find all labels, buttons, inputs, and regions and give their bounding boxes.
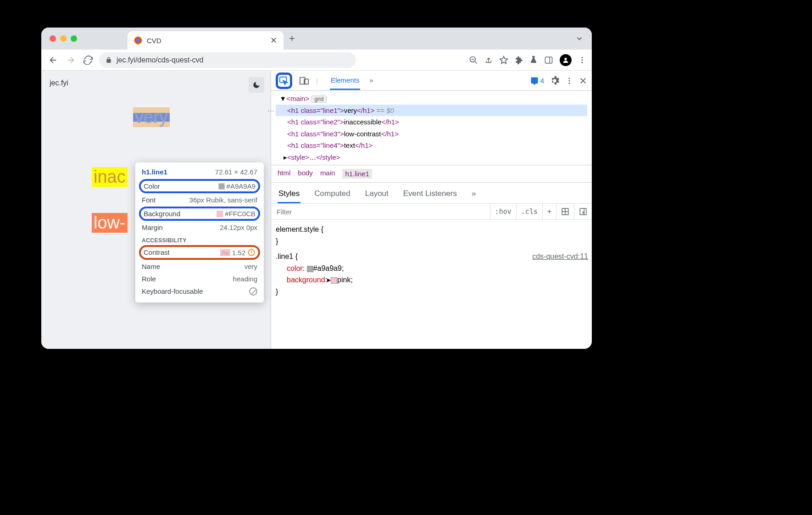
favicon-icon xyxy=(134,36,142,45)
tab-event-listeners[interactable]: Event Listeners xyxy=(402,187,458,203)
tooltip-name-label: Name xyxy=(142,263,160,270)
tab-title: CVD xyxy=(147,37,266,45)
styles-pane[interactable]: element.style { } cds-quest-cvd:11 .line… xyxy=(271,220,592,302)
page-viewport: jec.fyi very inac low- h1.line1 72.61 × … xyxy=(41,71,271,349)
svg-point-10 xyxy=(569,78,570,79)
inspector-tooltip: h1.line1 72.61 × 42.67 Color #A9A9A9 Fon… xyxy=(135,162,264,302)
dom-tree[interactable]: ▼<main> grid <h1 class="line1">very</h1>… xyxy=(271,91,592,165)
tab-more-icon[interactable]: » xyxy=(368,72,374,90)
device-toggle-button[interactable] xyxy=(299,76,310,86)
tooltip-a11y-heading: ACCESSIBILITY xyxy=(135,234,264,245)
bg-swatch-icon xyxy=(217,211,223,217)
crumb-body[interactable]: body xyxy=(298,169,313,179)
tab-close-icon[interactable]: ✕ xyxy=(270,35,277,45)
tooltip-selector: h1.line1 xyxy=(142,168,167,176)
styles-filterbar: :hov .cls + xyxy=(271,203,592,220)
demo-text-line1[interactable]: very xyxy=(133,107,170,127)
dom-node-h1-line4[interactable]: <h1 class="line4">text</h1> xyxy=(276,140,587,151)
bookmark-star-icon[interactable] xyxy=(499,56,508,65)
site-brand: jec.fyi xyxy=(50,79,262,87)
tab-elements[interactable]: Elements xyxy=(330,72,361,90)
reload-button[interactable] xyxy=(82,54,95,67)
zoom-out-icon[interactable] xyxy=(469,56,478,65)
grid-badge[interactable]: grid xyxy=(311,95,327,103)
flexbox-editor-icon[interactable] xyxy=(556,204,574,219)
styles-filter-input[interactable] xyxy=(271,204,490,219)
svg-point-4 xyxy=(582,59,583,61)
hov-button[interactable]: :hov xyxy=(490,204,516,219)
browser-toolbar: jec.fyi/demo/cds-quest-cvd xyxy=(41,50,592,71)
tooltip-bg-label: Background xyxy=(144,210,180,218)
labs-icon[interactable] xyxy=(529,56,538,65)
close-devtools-icon[interactable] xyxy=(579,77,587,85)
devtools-panel: | Elements » 4 ▼<main> grid xyxy=(271,71,592,349)
settings-icon[interactable] xyxy=(550,76,560,86)
bg-swatch-icon[interactable] xyxy=(331,277,337,284)
address-bar[interactable]: jec.fyi/demo/cds-quest-cvd xyxy=(99,52,356,68)
svg-point-3 xyxy=(582,57,583,58)
dom-node-style[interactable]: ▸<style>…</style> xyxy=(276,151,587,163)
forward-button[interactable] xyxy=(64,54,77,67)
computed-sidebar-icon[interactable] xyxy=(574,204,592,219)
tooltip-contrast-label: Contrast xyxy=(144,248,170,257)
tab-computed[interactable]: Computed xyxy=(313,187,351,203)
tooltip-margin-label: Margin xyxy=(142,224,163,231)
not-focusable-icon xyxy=(249,287,257,296)
warning-icon xyxy=(247,248,256,257)
tab-styles-more-icon[interactable]: » xyxy=(471,187,477,203)
dom-node-h1-line1[interactable]: <h1 class="line1">very</h1> == $0 xyxy=(276,105,587,117)
dark-mode-toggle[interactable] xyxy=(249,77,264,93)
tooltip-role-label: Role xyxy=(142,275,156,283)
tooltip-kf-label: Keyboard-focusable xyxy=(142,287,203,296)
color-swatch-icon[interactable] xyxy=(307,266,313,272)
svg-point-11 xyxy=(569,80,570,81)
console-messages-badge[interactable]: 4 xyxy=(530,77,544,85)
minimize-window[interactable] xyxy=(60,35,67,42)
tooltip-font-label: Font xyxy=(142,196,156,204)
sidepanel-icon[interactable] xyxy=(544,56,553,64)
contrast-sample: Aa xyxy=(220,249,230,256)
svg-rect-14 xyxy=(580,208,586,215)
new-tab-button[interactable]: + xyxy=(289,33,295,45)
share-icon[interactable] xyxy=(484,56,493,64)
svg-point-2 xyxy=(564,57,567,60)
lock-icon xyxy=(106,56,112,64)
demo-text-line2[interactable]: inac xyxy=(92,167,128,187)
close-window[interactable] xyxy=(50,35,56,42)
extensions-icon[interactable] xyxy=(515,56,523,64)
traffic-lights xyxy=(50,35,77,42)
svg-rect-1 xyxy=(545,57,552,63)
browser-tab[interactable]: CVD ✕ xyxy=(128,31,284,50)
breadcrumb: html body main h1.line1 xyxy=(271,165,592,182)
crumb-current[interactable]: h1.line1 xyxy=(342,169,372,179)
back-button[interactable] xyxy=(47,54,60,67)
url-text: jec.fyi/demo/cds-quest-cvd xyxy=(117,56,203,64)
window-titlebar: CVD ✕ + xyxy=(41,28,592,50)
dom-node-h1-line2[interactable]: <h1 class="line2">inaccessible</h1> xyxy=(276,116,587,128)
tooltip-dimensions: 72.61 × 42.67 xyxy=(215,168,257,176)
tab-list-chevron-icon[interactable] xyxy=(575,34,584,43)
profile-avatar[interactable] xyxy=(560,54,572,66)
cls-button[interactable]: .cls xyxy=(516,204,542,219)
demo-text-line3[interactable]: low- xyxy=(92,213,128,233)
svg-point-5 xyxy=(582,62,583,63)
tooltip-color-label: Color xyxy=(144,182,160,190)
svg-point-12 xyxy=(569,82,570,84)
tab-layout[interactable]: Layout xyxy=(364,187,389,203)
crumb-html[interactable]: html xyxy=(278,169,290,179)
styles-tabbar: Styles Computed Layout Event Listeners » xyxy=(271,182,592,203)
maximize-window[interactable] xyxy=(71,35,77,42)
inspect-element-button[interactable] xyxy=(276,73,292,89)
crumb-main[interactable]: main xyxy=(320,169,335,179)
source-link[interactable]: cds-quest-cvd:11 xyxy=(532,251,592,263)
tab-styles[interactable]: Styles xyxy=(278,187,300,203)
new-rule-icon[interactable]: + xyxy=(542,204,556,219)
kebab-menu-icon[interactable] xyxy=(565,77,573,85)
menu-icon[interactable] xyxy=(578,56,586,64)
color-swatch-icon xyxy=(218,183,225,190)
dom-node-h1-line3[interactable]: <h1 class="line3">low-contrast</h1> xyxy=(276,128,587,140)
devtools-toolbar: | Elements » 4 xyxy=(271,71,592,91)
